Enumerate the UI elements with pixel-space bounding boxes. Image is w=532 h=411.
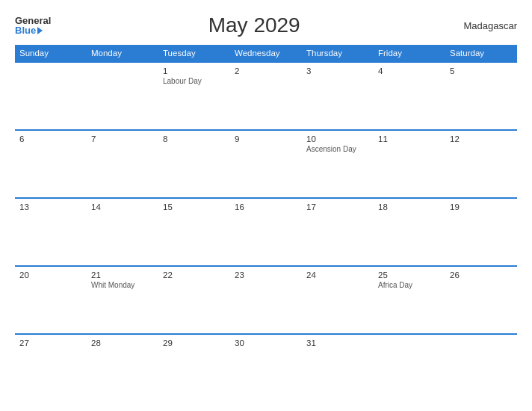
calendar-cell: 14 xyxy=(87,198,158,266)
calendar-cell: 18 xyxy=(374,198,445,266)
calendar-title: May 2029 xyxy=(51,13,457,37)
calendar-cell: 21Whit Monday xyxy=(87,266,158,334)
day-number: 3 xyxy=(306,67,369,75)
calendar-cell: 19 xyxy=(445,198,517,266)
col-thursday: Thursday xyxy=(302,45,374,62)
calendar-week-row: 2021Whit Monday22232425Africa Day26 xyxy=(15,266,517,334)
day-number: 30 xyxy=(235,339,297,347)
calendar-week-row: 1Labour Day2345 xyxy=(15,62,517,130)
day-number: 14 xyxy=(91,203,154,211)
day-number: 21 xyxy=(91,271,154,279)
calendar-table: Sunday Monday Tuesday Wednesday Thursday… xyxy=(15,45,517,402)
header: General Blue May 2029 Madagascar xyxy=(15,13,517,37)
calendar-cell: 30 xyxy=(230,334,302,402)
day-number: 25 xyxy=(378,271,441,279)
day-number: 11 xyxy=(378,135,441,143)
day-number: 13 xyxy=(19,203,82,211)
day-number: 7 xyxy=(91,135,154,143)
calendar-cell: 8 xyxy=(158,130,230,198)
col-saturday: Saturday xyxy=(445,45,517,62)
calendar-cell: 12 xyxy=(445,130,517,198)
day-number: 31 xyxy=(306,339,369,347)
calendar-cell: 26 xyxy=(445,266,517,334)
calendar-cell: 11 xyxy=(374,130,445,198)
calendar-cell xyxy=(445,334,517,402)
calendar-cell xyxy=(15,62,87,130)
holiday-name: Africa Day xyxy=(378,281,441,289)
calendar-cell: 9 xyxy=(230,130,302,198)
calendar-cell: 4 xyxy=(374,62,445,130)
calendar-cell: 15 xyxy=(158,198,230,266)
calendar-cell: 27 xyxy=(15,334,87,402)
logo-triangle-icon xyxy=(37,27,43,34)
calendar-cell: 20 xyxy=(15,266,87,334)
day-number: 22 xyxy=(163,271,226,279)
day-number: 5 xyxy=(450,67,513,75)
logo: General Blue xyxy=(15,16,51,35)
day-number: 20 xyxy=(19,271,82,279)
day-number: 24 xyxy=(306,271,369,279)
calendar-cell: 29 xyxy=(158,334,230,402)
calendar-page: General Blue May 2029 Madagascar Sunday … xyxy=(0,0,532,411)
calendar-cell: 2 xyxy=(230,62,302,130)
calendar-cell: 24 xyxy=(302,266,374,334)
calendar-cell: 28 xyxy=(87,334,158,402)
calendar-header-row: Sunday Monday Tuesday Wednesday Thursday… xyxy=(15,45,517,62)
col-monday: Monday xyxy=(87,45,158,62)
day-number: 23 xyxy=(235,271,297,279)
day-number: 12 xyxy=(450,135,513,143)
day-number: 16 xyxy=(235,203,297,211)
day-number: 28 xyxy=(91,339,154,347)
day-number: 4 xyxy=(378,67,441,75)
day-number: 29 xyxy=(163,339,226,347)
day-number: 10 xyxy=(306,135,369,143)
calendar-cell: 5 xyxy=(445,62,517,130)
day-number: 18 xyxy=(378,203,441,211)
calendar-cell: 1Labour Day xyxy=(158,62,230,130)
col-friday: Friday xyxy=(374,45,445,62)
day-number: 27 xyxy=(19,339,82,347)
calendar-cell: 10Ascension Day xyxy=(302,130,374,198)
calendar-cell: 3 xyxy=(302,62,374,130)
day-number: 15 xyxy=(163,203,226,211)
day-number: 26 xyxy=(450,271,513,279)
day-number: 1 xyxy=(163,67,226,75)
day-number: 17 xyxy=(306,203,369,211)
calendar-cell: 22 xyxy=(158,266,230,334)
calendar-cell: 25Africa Day xyxy=(374,266,445,334)
calendar-cell xyxy=(374,334,445,402)
calendar-cell: 7 xyxy=(87,130,158,198)
day-number: 19 xyxy=(450,203,513,211)
calendar-week-row: 13141516171819 xyxy=(15,198,517,266)
col-sunday: Sunday xyxy=(15,45,87,62)
calendar-cell: 13 xyxy=(15,198,87,266)
day-number: 8 xyxy=(163,135,226,143)
calendar-cell: 6 xyxy=(15,130,87,198)
col-tuesday: Tuesday xyxy=(158,45,230,62)
holiday-name: Ascension Day xyxy=(306,145,369,153)
calendar-cell: 31 xyxy=(302,334,374,402)
day-number: 6 xyxy=(19,135,82,143)
calendar-cell xyxy=(87,62,158,130)
calendar-cell: 23 xyxy=(230,266,302,334)
calendar-week-row: 2728293031 xyxy=(15,334,517,402)
country-label: Madagascar xyxy=(457,20,517,31)
day-number: 9 xyxy=(235,135,297,143)
day-number: 2 xyxy=(235,67,297,75)
col-wednesday: Wednesday xyxy=(230,45,302,62)
calendar-week-row: 678910Ascension Day1112 xyxy=(15,130,517,198)
calendar-cell: 17 xyxy=(302,198,374,266)
calendar-cell: 16 xyxy=(230,198,302,266)
holiday-name: Labour Day xyxy=(163,77,226,85)
logo-blue-text: Blue xyxy=(15,25,51,35)
holiday-name: Whit Monday xyxy=(91,281,154,289)
